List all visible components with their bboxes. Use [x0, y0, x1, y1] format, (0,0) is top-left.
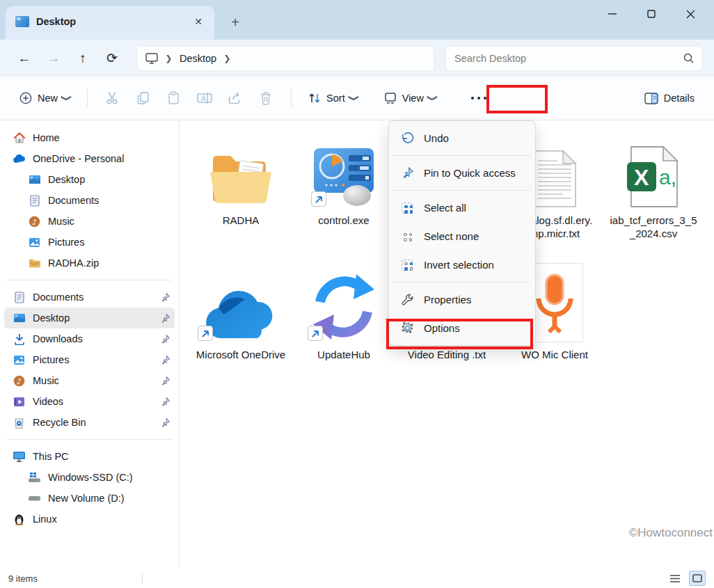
view-label: View: [402, 93, 424, 104]
chevron-down-icon: ❯: [348, 95, 360, 102]
cut-button[interactable]: [97, 84, 128, 112]
file-item-csv[interactable]: X a, iab_tcf_errors_3_5_2024.csv: [606, 133, 701, 240]
file-item-radha[interactable]: RADHA: [193, 133, 288, 227]
new-button[interactable]: New ❯: [13, 86, 77, 110]
file-label: iab_tcf_errors_3_5_2024.csv: [608, 214, 699, 240]
search-box[interactable]: Search Desktop: [445, 46, 703, 71]
monitor-icon: [145, 53, 158, 64]
pin-icon: [160, 334, 170, 344]
document-icon: [13, 291, 26, 304]
sidebar-item-onedrive[interactable]: OneDrive - Personal: [4, 148, 175, 169]
menu-item-pin-quick-access[interactable]: Pin to Quick access: [392, 159, 532, 187]
sidebar-item-music[interactable]: ♪ Music: [4, 211, 175, 232]
back-button[interactable]: ←: [11, 46, 38, 71]
sidebar-item-documents-pinned[interactable]: Documents: [4, 287, 175, 308]
maximize-button[interactable]: [632, 0, 671, 28]
chevron-right-icon: ❯: [166, 54, 173, 63]
sidebar-divider: [7, 280, 172, 280]
windows-drive-icon: [28, 471, 41, 484]
sidebar-item-documents[interactable]: Documents: [4, 190, 175, 211]
rename-button[interactable]: A: [189, 84, 220, 112]
tab-close-icon[interactable]: ✕: [189, 13, 207, 31]
file-label: Microsoft OneDrive: [196, 348, 285, 361]
up-button[interactable]: ↑: [70, 46, 96, 71]
refresh-button[interactable]: ⟳: [99, 46, 125, 71]
navigation-bar: ← → ↑ ⟳ ❯ Desktop ❯ Search Desktop: [0, 40, 714, 77]
sidebar-item-desktop-pinned[interactable]: Desktop: [4, 308, 175, 328]
undo-icon: [400, 132, 414, 145]
status-bar: 9 items: [0, 569, 714, 588]
copy-button[interactable]: [128, 84, 159, 112]
sidebar-item-linux[interactable]: Linux: [4, 509, 175, 530]
svg-text:X: X: [634, 165, 649, 190]
menu-item-properties[interactable]: Properties: [392, 285, 532, 314]
forward-button[interactable]: →: [40, 46, 67, 71]
svg-text:♪: ♪: [17, 376, 22, 386]
minimize-button[interactable]: [593, 0, 632, 28]
select-none-icon: [400, 230, 414, 244]
menu-item-select-none[interactable]: Select none: [392, 222, 532, 251]
linux-penguin-icon: [13, 513, 26, 526]
view-button[interactable]: View ❯: [377, 86, 443, 110]
sidebar-item-downloads[interactable]: Downloads: [4, 328, 175, 349]
sidebar-item-radha-zip[interactable]: RADHA.zip: [4, 253, 175, 273]
sort-icon: [308, 92, 321, 104]
sidebar-item-desktop[interactable]: Desktop: [4, 169, 175, 190]
details-button[interactable]: Details: [637, 87, 701, 110]
drive-icon: [28, 492, 41, 505]
sort-button[interactable]: Sort ❯: [301, 86, 365, 110]
menu-item-undo[interactable]: Undo: [392, 124, 532, 152]
address-bar[interactable]: ❯ Desktop ❯: [136, 46, 434, 71]
sidebar-item-pictures[interactable]: Pictures: [4, 232, 175, 253]
file-item-onedrive[interactable]: Microsoft OneDrive: [193, 262, 288, 361]
home-icon: [13, 132, 26, 145]
tab-desktop[interactable]: Desktop ✕: [6, 6, 214, 40]
chevron-down-icon: ❯: [61, 95, 73, 102]
wrench-icon: [400, 293, 414, 307]
sidebar-item-music-pinned[interactable]: ♪ Music: [4, 370, 175, 391]
close-button[interactable]: [671, 0, 710, 28]
share-button[interactable]: [220, 84, 251, 112]
menu-divider: [393, 155, 531, 156]
select-all-icon: [400, 201, 414, 215]
breadcrumb-desktop[interactable]: Desktop: [180, 53, 216, 64]
sidebar-item-drive-d[interactable]: New Volume (D:): [4, 488, 175, 509]
watermark: ©Howtoconnect: [629, 526, 713, 540]
zip-folder-icon: [28, 257, 41, 270]
delete-button[interactable]: [251, 84, 281, 112]
file-item-updatehub[interactable]: UpdateHub: [296, 262, 391, 361]
file-list-area[interactable]: RADHA control.exe: [180, 120, 714, 569]
sidebar-item-drive-c[interactable]: Windows-SSD (C:): [4, 467, 175, 488]
file-item-control-exe[interactable]: control.exe: [296, 133, 391, 227]
menu-item-invert-selection[interactable]: Invert selection: [392, 251, 532, 279]
invert-selection-icon: [400, 258, 414, 272]
file-label: UpdateHub: [317, 348, 370, 361]
scissors-icon: [106, 91, 120, 105]
sidebar-item-pictures-pinned[interactable]: Pictures: [4, 349, 175, 370]
more-options-menu: Undo Pin to Quick access Select all Sele…: [388, 120, 536, 346]
new-tab-button[interactable]: +: [225, 13, 245, 32]
pin-icon: [160, 355, 170, 365]
sidebar-item-videos[interactable]: Videos: [4, 391, 175, 412]
music-icon: ♪: [13, 374, 26, 388]
paste-button[interactable]: [159, 84, 189, 112]
large-icons-view-toggle[interactable]: [689, 571, 706, 586]
menu-item-options[interactable]: Options: [392, 314, 532, 342]
shortcut-arrow-icon: [198, 326, 213, 341]
sidebar-item-recycle-bin[interactable]: Recycle Bin: [4, 412, 175, 433]
menu-item-select-all[interactable]: Select all: [392, 193, 532, 222]
pin-icon: [160, 418, 170, 428]
sidebar-item-this-pc[interactable]: This PC: [4, 446, 175, 467]
pin-icon: [160, 397, 170, 407]
sidebar-item-home[interactable]: Home: [4, 127, 175, 148]
toolbar-divider: [87, 89, 88, 107]
folder-icon: [207, 148, 274, 208]
details-view-toggle[interactable]: [667, 571, 683, 586]
recycle-bin-icon: [13, 416, 26, 429]
more-options-button[interactable]: [461, 97, 496, 100]
view-icon: [384, 92, 397, 104]
music-icon: ♪: [28, 215, 41, 228]
shortcut-arrow-icon: [308, 326, 323, 341]
pin-icon: [160, 376, 170, 386]
file-label: control.exe: [318, 214, 369, 227]
